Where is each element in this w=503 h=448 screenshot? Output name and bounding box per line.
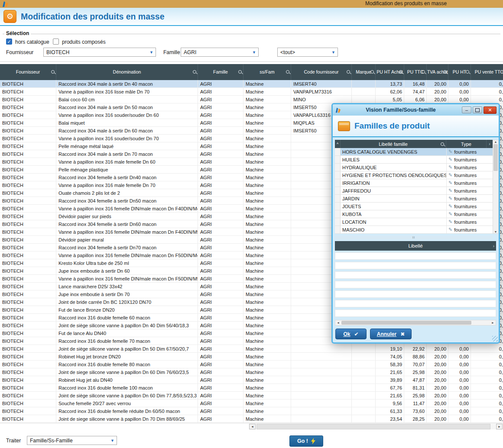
scroll-right-icon[interactable]: ► (490, 321, 496, 324)
cell-pu_ht_achat: 21,65 (376, 368, 404, 376)
table-row[interactable]: BIOTECHRobinet Hug jet bronze DN20AGRIMa… (0, 353, 503, 361)
scroll-left-icon[interactable]: ◄ (249, 424, 256, 429)
col-libelle-famille[interactable]: Libellé famille (341, 140, 446, 148)
table-row[interactable]: BIOTECHJoint de siège silicone vanne à p… (0, 392, 503, 400)
search-icon[interactable] (193, 70, 196, 74)
col-pu-ht-achat[interactable]: PU HT Achat (376, 64, 404, 80)
search-icon[interactable] (286, 70, 289, 74)
table-row[interactable]: BIOTECHJoint de siege silicone vanne à p… (0, 368, 503, 376)
splitter-handle[interactable]: II (335, 236, 493, 239)
column-options-icon[interactable]: › (487, 140, 493, 148)
cell-ssfam: Machine (243, 205, 291, 212)
cell-code: IMSERT40 (291, 80, 352, 87)
table-row[interactable]: BIOTECHRaccord inox 304 male à sertir Dn… (0, 80, 503, 88)
col-denomination[interactable]: Dénomination (56, 64, 198, 80)
search-icon[interactable] (347, 70, 350, 74)
family-row[interactable]: HYDRAULIQUE✎fournitures (335, 164, 493, 171)
search-icon[interactable] (51, 70, 55, 74)
col-famille[interactable]: Famille (198, 64, 243, 80)
family-row[interactable]: HUILES✎fournitures (335, 156, 493, 164)
col-marque[interactable]: Marque (352, 64, 376, 80)
close-button[interactable]: ✕ (484, 106, 497, 114)
scroll-down-icon[interactable]: ▼ (494, 230, 497, 233)
scroll-thumb[interactable] (493, 144, 498, 171)
hors-catalogue-checkbox[interactable]: ✓ (6, 39, 12, 45)
sous-famille-select[interactable]: <tout> ▼ (277, 48, 338, 57)
maximize-button[interactable] (473, 106, 482, 113)
subfamily-hscrollbar[interactable]: ◄ ► (335, 320, 496, 326)
grid-hscrollbar[interactable]: ◄ ► (0, 423, 503, 430)
row-selector (335, 195, 341, 202)
col-tva-achat[interactable]: TVA achat (427, 64, 448, 80)
table-row[interactable]: BIOTECHJoint de siège silicone vanne à p… (0, 345, 503, 353)
family-row[interactable]: IRRIGATION✎fournitures (335, 179, 493, 187)
table-row[interactable]: BIOTECHVanne à papillon inox 316 lisse m… (0, 88, 503, 96)
cancel-button[interactable]: Annuler ✖ (370, 329, 412, 339)
sort-indicator[interactable]: ^ (335, 140, 341, 148)
family-row[interactable]: LOCATION✎fournitures (335, 218, 493, 226)
cell-famille: AGRI (198, 142, 243, 150)
search-icon[interactable] (370, 70, 374, 74)
table-row[interactable]: BIOTECHSouche femelle 20/27 avec verrouA… (0, 400, 503, 407)
cell-pu_ht: 0,00 (448, 407, 471, 415)
traiter-select[interactable]: Famille/Ss-Famille ▼ (27, 436, 117, 445)
family-row[interactable]: JAFFREDOU✎fournitures (335, 187, 493, 195)
scroll-track[interactable] (256, 424, 496, 429)
table-row[interactable]: BIOTECHBalai coco 60 cmAGRIMachineMINO5,… (0, 96, 503, 103)
produits-composes-checkbox[interactable] (53, 39, 59, 45)
dialog-header: Familles de produit (333, 116, 499, 137)
scroll-up-icon[interactable]: ▲ (494, 140, 497, 143)
table-row[interactable]: BIOTECHRaccord inox 316 double femelle 1… (0, 384, 503, 392)
table-row[interactable]: BIOTECHRaccord inox 316 double femelle r… (0, 407, 503, 415)
search-icon[interactable] (441, 142, 444, 146)
col-type[interactable]: Type (446, 140, 487, 148)
cell-denomination: Lance maraichere D25/ 33x42 (56, 283, 198, 290)
family-row[interactable]: JARDIN✎fournitures (335, 195, 493, 203)
go-button[interactable]: Go ! (289, 435, 323, 447)
scroll-thumb[interactable] (341, 321, 471, 325)
fournisseur-label: Fournisseur (6, 49, 33, 55)
column-options-icon[interactable]: › (493, 244, 494, 248)
scroll-thumb[interactable] (256, 424, 490, 429)
table-row[interactable]: BIOTECHRaccord inox 316 double femelle 8… (0, 361, 503, 368)
fournisseur-select[interactable]: BIOTECH ▼ (43, 48, 156, 57)
subfamily-table-header[interactable]: Libellé › (335, 241, 496, 251)
family-row[interactable]: JOUETS✎fournitures (335, 203, 493, 210)
cell-type: ✎fournitures (446, 218, 493, 226)
cross-icon: ✖ (400, 331, 405, 337)
cell-fournisseur: BIOTECH (0, 236, 56, 243)
col-pu-ht[interactable]: PU HT (448, 64, 471, 80)
ok-button[interactable]: Ok ✔ (335, 329, 367, 339)
search-icon[interactable] (399, 70, 402, 74)
col-code-fournisseur[interactable]: Code fournisseur (291, 64, 352, 80)
search-icon[interactable] (466, 70, 469, 74)
dialog-titlebar[interactable]: Vision Famille/Sous-famille – ✕ (333, 104, 499, 116)
scroll-left-icon[interactable]: ◄ (335, 321, 341, 324)
table-row[interactable]: BIOTECHJoint de siege silicone vanne à p… (0, 415, 503, 423)
cell-pu_ttc: 70,07 (404, 361, 427, 368)
chevron-down-icon[interactable]: ▼ (110, 438, 117, 443)
empty-row (335, 290, 496, 298)
family-row[interactable]: HYGIENE ET PROTECTIONS OENOLOGIQUES✎four… (335, 171, 493, 179)
chevron-down-icon[interactable]: ▼ (149, 50, 156, 55)
minimize-button[interactable]: – (462, 106, 471, 113)
family-vscrollbar[interactable]: ▲ ▼ (493, 140, 499, 234)
cell-code (291, 361, 352, 368)
col-pu-vente-ttc[interactable]: PU vente TTC (471, 64, 503, 80)
col-ssfam[interactable]: ss/Fam (243, 64, 291, 80)
family-row[interactable]: MASCHIO✎fournitures (335, 226, 493, 234)
search-icon[interactable] (422, 70, 425, 74)
family-row[interactable]: KUBOTA✎fournitures (335, 210, 493, 218)
table-row[interactable]: BIOTECHRobinet Hug jet alu DN40AGRIMachi… (0, 376, 503, 384)
scroll-right-icon[interactable]: ► (496, 424, 503, 429)
cell-pu_ht_achat: 58,39 (376, 361, 404, 368)
search-icon[interactable] (238, 70, 242, 74)
chevron-down-icon[interactable]: ▼ (252, 50, 258, 55)
famille-select[interactable]: AGRI ▼ (181, 48, 259, 57)
search-icon[interactable] (443, 70, 447, 74)
family-row[interactable]: HORS CATALOGUE VENDENGES✎fournitures (335, 148, 493, 156)
col-fournisseur[interactable]: Fournisseur (0, 64, 56, 80)
chevron-down-icon[interactable]: ▼ (331, 50, 337, 55)
col-pu-ttc[interactable]: PU TTC (404, 64, 427, 80)
resize-grip[interactable] (492, 336, 498, 342)
